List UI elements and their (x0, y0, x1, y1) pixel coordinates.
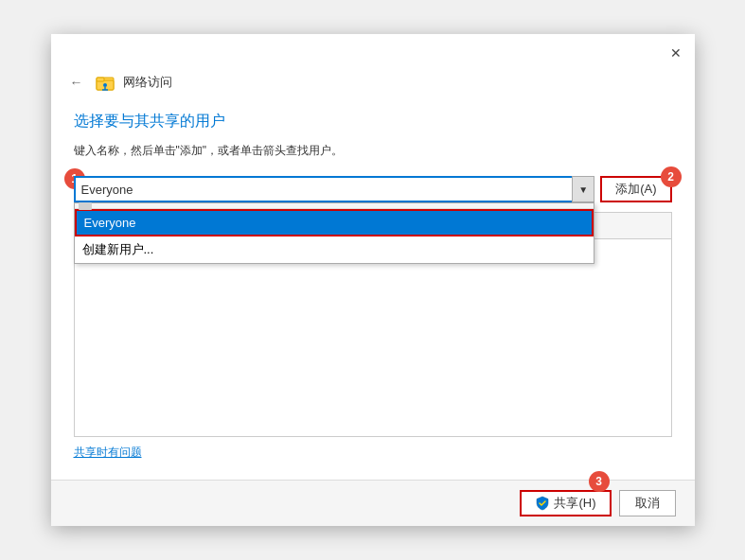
annotation-badge-2: 2 (661, 166, 682, 187)
user-combo-input[interactable] (74, 176, 595, 202)
main-content: 选择要与其共享的用户 键入名称，然后单击"添加"，或者单击箭头查找用户。 1 ▼… (51, 102, 695, 480)
input-row: 1 ▼ Everyone 创建新用户... 2 添加 (74, 176, 672, 202)
dropdown-separator-icon (79, 202, 92, 210)
annotation-badge-3: 3 (589, 471, 610, 492)
svg-rect-6 (79, 202, 92, 210)
user-dropdown: Everyone 创建新用户... (74, 202, 595, 264)
header-title: 网络访问 (123, 74, 172, 91)
instruction-text: 键入名称，然后单击"添加"，或者单击箭头查找用户。 (74, 143, 672, 159)
combo-dropdown-arrow[interactable]: ▼ (572, 176, 594, 202)
add-btn-wrapper: 2 添加(A) (600, 176, 671, 202)
close-button[interactable]: ✕ (665, 42, 687, 64)
title-bar: ✕ (51, 34, 695, 68)
cancel-button[interactable]: 取消 (619, 490, 676, 516)
svg-rect-2 (97, 78, 104, 81)
share-button-label: 共享(H) (554, 495, 595, 512)
network-icon (95, 72, 115, 93)
combo-container: ▼ Everyone 创建新用户... (74, 176, 595, 202)
shield-icon (535, 496, 550, 511)
header-bar: ← 网络访问 (51, 68, 695, 102)
dropdown-item-create[interactable]: 创建新用户... (75, 236, 594, 263)
page-title: 选择要与其共享的用户 (74, 112, 672, 131)
dialog: ✕ ← 网络访问 选择要与其共享的用户 键入名称，然后单击"添加"，或者单击箭头… (51, 34, 695, 526)
share-help-link[interactable]: 共享时有问题 (74, 445, 672, 461)
svg-point-3 (103, 83, 107, 87)
back-button[interactable]: ← (70, 75, 83, 90)
footer: 3 共享(H) 取消 (51, 480, 695, 526)
share-button[interactable]: 共享(H) (520, 490, 611, 516)
dropdown-item-everyone[interactable]: Everyone (75, 209, 594, 236)
